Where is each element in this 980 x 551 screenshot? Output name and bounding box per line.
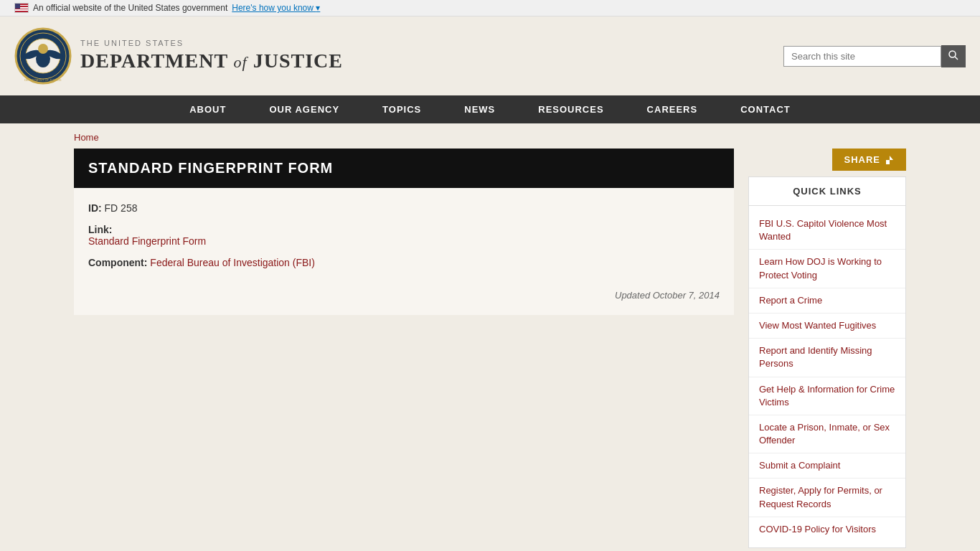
list-item: Report a Crime [749,288,905,314]
us-flag-icon [14,3,29,13]
updated-date: Updated October 7, 2014 [88,290,720,301]
list-item: Learn How DOJ is Working to Protect Voti… [749,250,905,288]
quick-link-4[interactable]: Report and Identify Missing Persons [749,339,905,376]
main-nav: ABOUT OUR AGENCY TOPICS NEWS RESOURCES C… [0,95,980,123]
quick-link-2[interactable]: Report a Crime [749,288,905,313]
doj-seal-icon: DEPARTMENT OF JUSTICE [14,27,72,85]
quick-link-7[interactable]: Submit a Complaint [749,453,905,478]
component-label: Component: [88,257,147,268]
nav-news[interactable]: NEWS [443,95,517,123]
nav-careers[interactable]: CAREERS [626,95,720,123]
list-item: View Most Wanted Fugitives [749,314,905,339]
main-content: STANDARD FINGERPRINT FORM ID: FD 258 Lin… [74,149,734,551]
nav-contact[interactable]: CONTACT [719,95,812,123]
logo-area: DEPARTMENT OF JUSTICE THE UNITED STATES … [14,27,343,85]
page-title: STANDARD FINGERPRINT FORM [74,149,734,188]
quick-links-box: QUICK LINKS FBI U.S. Capitol Violence Mo… [748,176,906,548]
breadcrumb: Home [74,123,906,149]
sidebar: SHARE QUICK LINKS FBI U.S. Capitol Viole… [748,149,906,551]
list-item: Locate a Prison, Inmate, or Sex Offender [749,415,905,453]
list-item: COVID-19 Policy for Visitors [749,517,905,542]
link-row: Link: Standard Fingerprint Form [88,224,720,247]
list-item: Register, Apply for Permits, or Request … [749,479,905,517]
list-item: Submit a Complaint [749,453,905,479]
search-button[interactable] [941,45,966,67]
content-body: ID: FD 258 Link: Standard Fingerprint Fo… [74,188,734,315]
gov-banner: An official website of the United States… [0,0,980,17]
id-value: FD 258 [105,202,138,214]
how-you-know-link[interactable]: Here's how you know ▾ [232,3,320,13]
component-link[interactable]: Federal Bureau of Investigation (FBI) [150,257,315,268]
svg-point-6 [38,44,48,54]
quick-link-8[interactable]: Register, Apply for Permits, or Request … [749,479,905,516]
quick-links-title: QUICK LINKS [749,177,905,206]
svg-point-8 [949,51,956,57]
official-text: An official website of the United States… [33,3,227,13]
share-icon [885,155,895,165]
id-row: ID: FD 258 [88,202,720,214]
id-label: ID: [88,202,102,214]
quick-link-1[interactable]: Learn How DOJ is Working to Protect Voti… [749,250,905,287]
quick-link-0[interactable]: FBI U.S. Capitol Violence Most Wanted [749,212,905,249]
link-label: Link: [88,224,112,235]
nav-topics[interactable]: TOPICS [361,95,443,123]
nav-our-agency[interactable]: OUR AGENCY [248,95,361,123]
search-input[interactable] [783,46,941,67]
svg-text:DEPARTMENT OF JUSTICE: DEPARTMENT OF JUSTICE [24,78,62,82]
breadcrumb-home[interactable]: Home [74,132,99,143]
quick-link-6[interactable]: Locate a Prison, Inmate, or Sex Offender [749,415,905,453]
form-link[interactable]: Standard Fingerprint Form [88,235,206,247]
list-item: Get Help & Information for Crime Victims [749,377,905,415]
list-item: Report and Identify Missing Persons [749,339,905,377]
component-row: Component: Federal Bureau of Investigati… [88,257,720,268]
site-header: DEPARTMENT OF JUSTICE THE UNITED STATES … [0,17,980,95]
search-area [783,45,966,67]
search-icon [948,50,958,60]
site-title: THE UNITED STATES DEPARTMENT of JUSTICE [80,38,343,75]
quick-link-9[interactable]: COVID-19 Policy for Visitors [749,517,905,542]
quick-links-list: FBI U.S. Capitol Violence Most Wanted Le… [749,206,905,547]
nav-about[interactable]: ABOUT [168,95,248,123]
list-item: FBI U.S. Capitol Violence Most Wanted [749,212,905,250]
nav-resources[interactable]: RESOURCES [517,95,625,123]
content-wrapper: Home STANDARD FINGERPRINT FORM ID: FD 25… [60,123,920,551]
share-button[interactable]: SHARE [832,149,906,171]
share-bar: SHARE [748,149,906,171]
main-layout: STANDARD FINGERPRINT FORM ID: FD 258 Lin… [74,149,906,551]
svg-line-9 [955,57,958,60]
quick-link-5[interactable]: Get Help & Information for Crime Victims [749,377,905,415]
quick-link-3[interactable]: View Most Wanted Fugitives [749,314,905,338]
